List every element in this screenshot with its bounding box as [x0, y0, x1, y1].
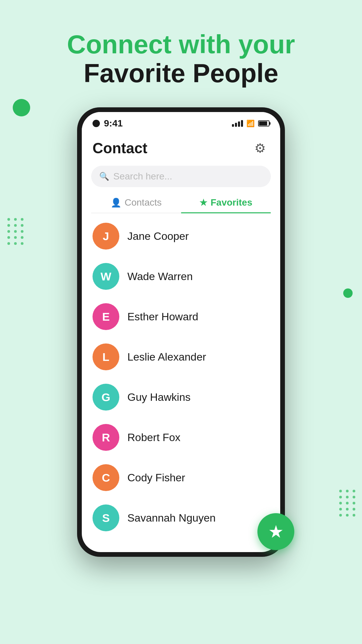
contact-item[interactable]: GGuy Hawkins [82, 377, 280, 417]
phone-screen: 9:41 📶 Conta [82, 112, 280, 552]
battery-fill [259, 121, 267, 125]
contact-item[interactable]: RRobert Fox [82, 417, 280, 458]
contact-item[interactable]: SSavannah Nguyen [82, 498, 280, 538]
decoration-dot-top-left [13, 99, 30, 116]
contact-item[interactable]: CCody Fisher [82, 458, 280, 498]
decoration-dot-grid-left [7, 218, 24, 245]
tab-contacts-label: Contacts [125, 197, 162, 208]
avatar: C [93, 464, 119, 491]
contact-item[interactable]: EEsther Howard [82, 297, 280, 337]
signal-bar-2 [235, 123, 237, 127]
tabs-container: 👤 Contacts ★ Favorites [91, 193, 271, 213]
wifi-icon: 📶 [246, 119, 255, 127]
status-bar: 9:41 📶 [82, 112, 280, 132]
phone-frame: 9:41 📶 Conta [77, 107, 285, 557]
contact-name: Robert Fox [127, 431, 180, 444]
contact-name: Savannah Nguyen [127, 512, 216, 524]
fab-button[interactable]: ★ [257, 513, 294, 550]
contact-item[interactable]: WWade Warren [82, 256, 280, 297]
search-icon: 🔍 [99, 172, 109, 181]
tab-favorites[interactable]: ★ Favorites [181, 193, 271, 213]
app-title: Contact [93, 140, 147, 157]
signal-bar-3 [238, 121, 240, 127]
settings-button[interactable]: ⚙ [251, 139, 269, 158]
decoration-dot-right [343, 288, 353, 298]
status-time: 9:41 [104, 118, 123, 129]
avatar: S [93, 504, 119, 531]
avatar: G [93, 384, 119, 411]
contacts-tab-icon: 👤 [111, 198, 121, 208]
avatar: J [93, 223, 119, 250]
contact-item[interactable]: JJane Cooper [82, 216, 280, 256]
gear-icon: ⚙ [254, 141, 266, 156]
decoration-dot-grid-right [339, 490, 356, 517]
signal-bar-4 [241, 120, 243, 127]
camera-dot [93, 120, 100, 127]
app-header: Contact ⚙ [82, 132, 280, 163]
contact-name: Esther Howard [127, 311, 198, 323]
contact-item[interactable]: LLeslie Alexander [82, 337, 280, 377]
phone-mockup: 9:41 📶 Conta [77, 107, 285, 577]
status-left: 9:41 [93, 118, 123, 129]
tab-contacts[interactable]: 👤 Contacts [91, 193, 181, 213]
contact-name: Leslie Alexander [127, 351, 206, 363]
avatar: E [93, 303, 119, 330]
contact-list: JJane CooperWWade WarrenEEsther HowardLL… [82, 213, 280, 541]
status-right: 📶 [232, 119, 269, 127]
avatar: R [93, 424, 119, 451]
contact-name: Cody Fisher [127, 472, 185, 484]
contact-name: Guy Hawkins [127, 391, 191, 404]
tab-favorites-label: Favorites [210, 197, 252, 208]
search-bar[interactable]: 🔍 Search here... [91, 166, 271, 187]
signal-bar-1 [232, 124, 234, 127]
battery-icon [258, 120, 269, 126]
headline-line1: Connect with your [0, 30, 362, 59]
page-header: Connect with your Favorite People [0, 0, 362, 105]
contact-name: Wade Warren [127, 270, 193, 283]
contact-name: Jane Cooper [127, 230, 189, 243]
star-icon: ★ [268, 522, 284, 542]
signal-bars [232, 120, 243, 127]
headline-line2: Favorite People [0, 59, 362, 88]
avatar: W [93, 263, 119, 290]
search-placeholder: Search here... [113, 171, 172, 182]
favorites-tab-icon: ★ [199, 198, 207, 208]
avatar: L [93, 343, 119, 370]
